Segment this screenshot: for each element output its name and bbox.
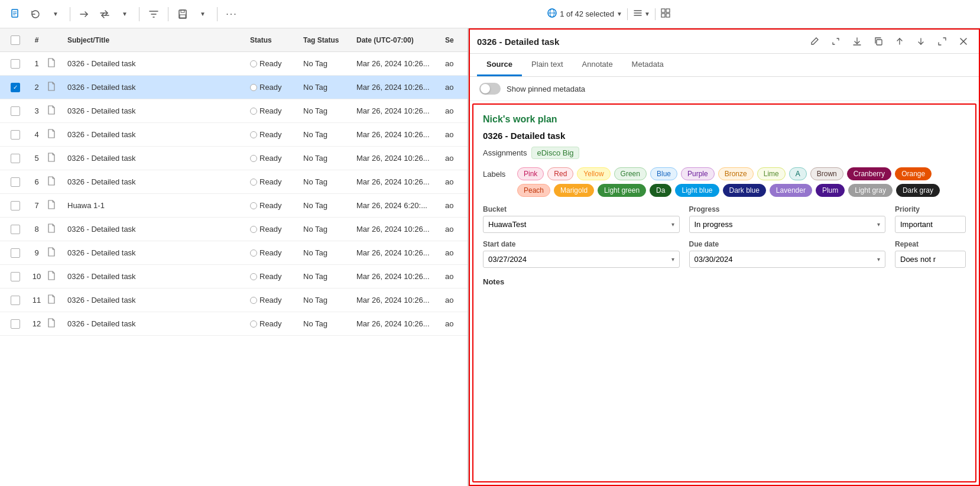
tab-plain-text[interactable]: Plain text (522, 54, 572, 76)
row-check[interactable] (5, 59, 26, 69)
table-row[interactable]: 2 0326 - Detailed task Ready No Tag Mar … (0, 76, 468, 99)
tab-source[interactable]: Source (477, 54, 522, 76)
refresh-icon[interactable] (27, 6, 44, 22)
table-row[interactable]: 4 0326 - Detailed task Ready No Tag Mar … (0, 123, 468, 147)
progress-select[interactable]: In progress ▾ (689, 216, 886, 233)
label-badge[interactable]: Light gray (848, 184, 893, 197)
row-checkbox[interactable] (11, 296, 20, 305)
row-checkbox[interactable] (11, 201, 20, 210)
download-icon[interactable] (849, 33, 865, 50)
priority-select[interactable]: Important (895, 216, 966, 233)
table-row[interactable]: 11 0326 - Detailed task Ready No Tag Mar… (0, 289, 468, 312)
arrow-right-icon[interactable] (76, 6, 93, 22)
row-checkbox[interactable] (11, 154, 20, 163)
list-icon[interactable] (632, 8, 643, 20)
row-checkbox[interactable] (11, 225, 20, 234)
row-checkbox[interactable] (11, 177, 20, 187)
row-checkbox[interactable] (11, 272, 20, 281)
row-check[interactable] (5, 319, 26, 329)
assignments-badge[interactable]: eDisco Big (531, 147, 579, 159)
status-text: Ready (259, 225, 282, 234)
row-checkbox[interactable] (11, 248, 20, 258)
chevron-down-icon-list[interactable]: ▼ (644, 11, 650, 17)
label-badge[interactable]: A (789, 167, 807, 180)
row-icon (47, 129, 65, 140)
label-badge[interactable]: Green (614, 167, 647, 180)
chevron-down-icon-2[interactable]: ▼ (116, 6, 133, 22)
close-icon[interactable] (955, 33, 972, 50)
table-row[interactable]: 8 0326 - Detailed task Ready No Tag Mar … (0, 218, 468, 241)
row-check[interactable] (5, 154, 26, 163)
table-row[interactable]: 6 0326 - Detailed task Ready No Tag Mar … (0, 170, 468, 194)
table-row[interactable]: 10 0326 - Detailed task Ready No Tag Mar… (0, 265, 468, 289)
table-row[interactable]: 3 0326 - Detailed task Ready No Tag Mar … (0, 99, 468, 123)
row-check[interactable] (5, 272, 26, 281)
label-badge[interactable]: Cranberry (847, 167, 891, 180)
repeat-select[interactable]: Does not r (895, 251, 966, 268)
row-checkbox[interactable] (11, 59, 20, 69)
bucket-select[interactable]: HuawaTest ▾ (483, 216, 680, 233)
row-icon (47, 318, 65, 329)
label-badge[interactable]: Da (650, 184, 671, 197)
status-dot (250, 60, 257, 67)
row-checkbox[interactable] (11, 106, 20, 116)
table-row[interactable]: 1 0326 - Detailed task Ready No Tag Mar … (0, 52, 468, 76)
label-badge[interactable]: Peach (517, 184, 550, 197)
more-icon[interactable]: ··· (223, 6, 240, 22)
filter-icon[interactable] (145, 6, 162, 22)
row-checkbox[interactable] (11, 83, 20, 92)
label-badge[interactable]: Purple (681, 167, 715, 180)
table-row[interactable]: 12 0326 - Detailed task Ready No Tag Mar… (0, 312, 468, 336)
label-badge[interactable]: Dark blue (723, 184, 766, 197)
chevron-down-icon-3[interactable]: ▼ (194, 6, 211, 22)
tab-metadata[interactable]: Metadata (622, 54, 673, 76)
label-badge[interactable]: Lime (757, 167, 786, 180)
edit-icon[interactable] (806, 33, 823, 50)
expand-icon[interactable] (828, 33, 844, 50)
label-badge[interactable]: Marigold (554, 184, 594, 197)
due-date-select[interactable]: 03/30/2024 ▾ (689, 251, 886, 268)
label-badge[interactable]: Bronze (718, 167, 754, 180)
table-row[interactable]: 5 0326 - Detailed task Ready No Tag Mar … (0, 147, 468, 170)
arrow-down-icon[interactable] (913, 33, 929, 50)
label-badge[interactable]: Blue (650, 167, 677, 180)
chevron-down-icon-1[interactable]: ▼ (47, 6, 64, 22)
chevron-down-icon-globe[interactable]: ▼ (616, 11, 622, 17)
label-badge[interactable]: Light blue (675, 184, 719, 197)
row-num: 12 (26, 319, 47, 328)
label-badge[interactable]: Dark gray (896, 184, 940, 197)
arrow-exchange-icon[interactable] (96, 6, 113, 22)
row-check[interactable] (5, 248, 26, 258)
table-row[interactable]: 7 Huawa 1-1 Ready No Tag Mar 26, 2024 6:… (0, 194, 468, 218)
grid-icon[interactable] (660, 8, 671, 20)
label-badge[interactable]: Yellow (577, 167, 610, 180)
row-check[interactable] (5, 177, 26, 187)
header-check[interactable] (5, 35, 26, 45)
pinned-toggle[interactable] (479, 83, 501, 95)
label-badge[interactable]: Pink (517, 167, 544, 180)
row-check[interactable] (5, 106, 26, 116)
label-badge[interactable]: Lavender (770, 184, 812, 197)
select-all-checkbox[interactable] (11, 35, 20, 45)
label-badge[interactable]: Light green (598, 184, 646, 197)
label-badge[interactable]: Red (547, 167, 573, 180)
fullscreen-icon[interactable] (934, 33, 950, 50)
row-checkbox[interactable] (11, 319, 20, 329)
row-check[interactable] (5, 130, 26, 140)
row-status: Ready (250, 201, 303, 210)
row-check[interactable] (5, 201, 26, 210)
row-check[interactable] (5, 83, 26, 92)
arrow-up-icon[interactable] (891, 33, 908, 50)
table-row[interactable]: 9 0326 - Detailed task Ready No Tag Mar … (0, 241, 468, 265)
copy-icon[interactable] (870, 33, 887, 50)
label-badge[interactable]: Orange (895, 167, 932, 180)
row-check[interactable] (5, 296, 26, 305)
row-check[interactable] (5, 225, 26, 234)
tab-annotate[interactable]: Annotate (573, 54, 622, 76)
start-date-select[interactable]: 03/27/2024 ▾ (483, 251, 680, 268)
document-icon[interactable] (7, 6, 24, 22)
label-badge[interactable]: Plum (816, 184, 845, 197)
label-badge[interactable]: Brown (810, 167, 843, 180)
row-checkbox[interactable] (11, 130, 20, 140)
save-icon[interactable] (174, 6, 191, 22)
